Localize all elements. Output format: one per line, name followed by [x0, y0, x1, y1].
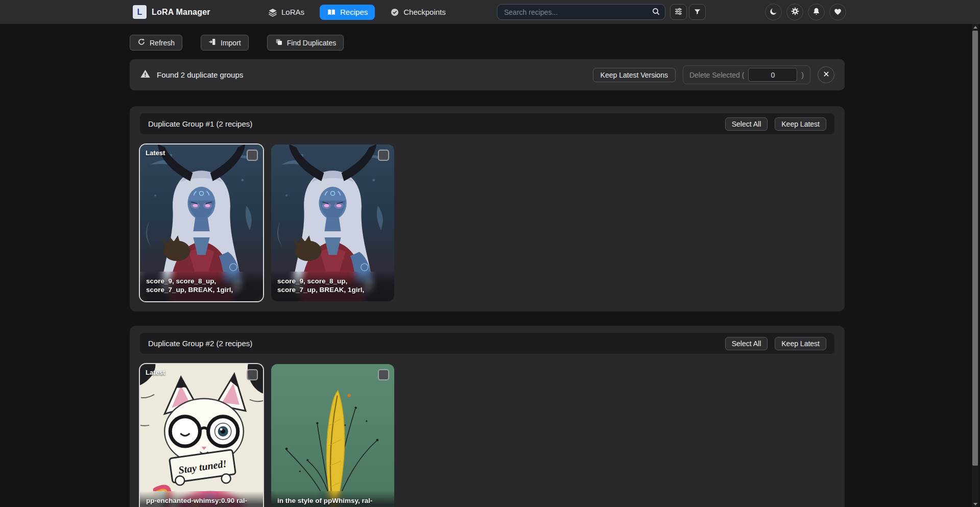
group-header: Duplicate Group #2 (2 recipes) Select Al… [140, 333, 834, 354]
group-actions: Select All Keep Latest [725, 337, 826, 350]
recipe-caption: score_9, score_8_up, score_7_up, BREAK, … [271, 272, 394, 301]
latest-badge: Latest [146, 149, 165, 157]
refresh-button[interactable]: Refresh [130, 35, 182, 51]
layers-icon [268, 8, 277, 17]
search-input[interactable] [497, 4, 665, 20]
bell-icon [812, 7, 821, 17]
gear-icon [791, 7, 800, 17]
scrollbar-thumb[interactable] [972, 31, 978, 466]
delete-selected-button[interactable]: Delete Selected ( ) [683, 65, 810, 84]
sort-options-button[interactable] [670, 4, 687, 20]
recipe-caption: in the style of ppWhimsy, ral-frctlgmtry… [271, 491, 394, 507]
banner-message: Found 2 duplicate groups [157, 70, 243, 79]
app-logo: L [133, 5, 147, 19]
banner-message-wrap: Found 2 duplicate groups [140, 68, 243, 81]
main-nav: LoRAs Recipes Checkpoints [263, 0, 451, 24]
keep-latest-button[interactable]: Keep Latest [775, 117, 826, 131]
nav-label: Checkpoints [403, 8, 446, 16]
find-duplicates-button[interactable]: Find Duplicates [267, 35, 344, 51]
search-container [497, 4, 665, 20]
select-all-button[interactable]: Select All [725, 117, 768, 131]
navbar-actions [765, 4, 846, 20]
app-title: LoRA Manager [152, 8, 210, 17]
settings-button[interactable] [786, 4, 803, 20]
recipe-image-feather [271, 364, 394, 507]
recipe-image-cat: Stay tuned! [140, 364, 263, 507]
heart-icon [833, 7, 842, 17]
recipe-caption: score_9, score_8_up, score_7_up, BREAK, … [140, 272, 263, 301]
recipe-caption: pp-enchanted-whimsy:0.90 ral-frctlgmtry_… [140, 491, 263, 507]
duplicate-group-2: Duplicate Group #2 (2 recipes) Select Al… [130, 326, 845, 507]
close-icon [823, 70, 830, 79]
logo-letter: L [137, 8, 142, 17]
latest-badge: Latest [146, 369, 165, 376]
recipe-card[interactable]: Latest score_9, score_8_up, score_7_up, … [140, 144, 263, 301]
group-title: Duplicate Group #1 (2 recipes) [148, 119, 252, 128]
duplicate-group-1: Duplicate Group #1 (2 recipes) Select Al… [130, 106, 845, 311]
close-banner-button[interactable] [818, 66, 834, 83]
notifications-button[interactable] [808, 4, 825, 20]
main-content: Refresh Import Find Duplicates Found 2 d… [130, 24, 845, 507]
navbar: L LoRA Manager LoRAs Recipes Checkpoints [0, 0, 980, 24]
nav-label: LoRAs [281, 8, 304, 16]
toolbar: Refresh Import Find Duplicates [130, 35, 845, 51]
search-button[interactable] [649, 6, 662, 18]
group-header: Duplicate Group #1 (2 recipes) Select Al… [140, 113, 834, 134]
import-button[interactable]: Import [201, 35, 249, 51]
nav-item-loras[interactable]: LoRAs [263, 5, 309, 20]
group-title: Duplicate Group #2 (2 recipes) [148, 339, 252, 348]
card-checkbox[interactable] [247, 369, 258, 380]
theme-toggle-button[interactable] [765, 4, 782, 20]
find-duplicates-label: Find Duplicates [287, 39, 337, 47]
brand: L LoRA Manager [133, 0, 210, 24]
delete-selected-suffix: ) [801, 71, 804, 79]
nav-label: Recipes [340, 8, 368, 16]
select-all-button[interactable]: Select All [725, 337, 768, 350]
search-icon [652, 7, 660, 17]
filter-button[interactable] [689, 4, 706, 20]
card-row: Stay tuned! [140, 364, 834, 507]
recipe-card[interactable]: in the style of ppWhimsy, ral-frctlgmtry… [271, 364, 394, 507]
keep-latest-button[interactable]: Keep Latest [775, 337, 826, 350]
moon-icon [769, 7, 778, 17]
nav-item-checkpoints[interactable]: Checkpoints [385, 5, 451, 20]
import-label: Import [221, 39, 241, 47]
refresh-icon [137, 38, 146, 47]
nav-item-recipes[interactable]: Recipes [320, 5, 375, 20]
selected-count-input[interactable] [748, 68, 797, 82]
vertical-scrollbar[interactable] [972, 24, 978, 507]
funnel-icon [694, 8, 701, 17]
refresh-label: Refresh [150, 39, 175, 47]
group-actions: Select All Keep Latest [725, 117, 826, 131]
book-open-icon [327, 8, 336, 17]
copy-icon [275, 38, 283, 47]
banner-actions: Keep Latest Versions Delete Selected ( ) [593, 65, 834, 84]
import-icon [208, 38, 217, 47]
recipe-card[interactable]: score_9, score_8_up, score_7_up, BREAK, … [271, 144, 394, 301]
recipe-card[interactable]: Stay tuned! [140, 364, 263, 507]
card-row: Latest score_9, score_8_up, score_7_up, … [140, 144, 834, 301]
scroll-down-arrow[interactable] [972, 501, 978, 507]
warning-icon [140, 68, 151, 81]
duplicates-banner: Found 2 duplicate groups Keep Latest Ver… [130, 59, 845, 90]
favorites-button[interactable] [829, 4, 846, 20]
keep-latest-versions-button[interactable]: Keep Latest Versions [593, 68, 676, 82]
scroll-up-arrow[interactable] [972, 24, 978, 30]
check-circle-icon [390, 8, 399, 17]
card-checkbox[interactable] [378, 150, 389, 161]
delete-selected-prefix: Delete Selected ( [689, 71, 744, 79]
card-checkbox[interactable] [247, 150, 258, 161]
card-checkbox[interactable] [378, 369, 389, 380]
sliders-icon [674, 7, 683, 17]
